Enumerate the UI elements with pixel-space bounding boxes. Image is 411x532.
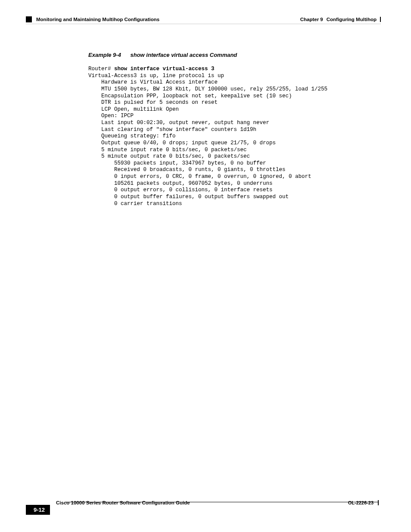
example-label: Example 9-4 [88,52,121,58]
header-right-group: Chapter 9 Configuring Multihop [300,17,381,22]
document-code: OL-2226-23 [348,500,374,505]
example-heading: Example 9-4 show interface virtual acces… [88,52,364,58]
page-footer: 9-12 Cisco 10000 Series Router Software … [26,502,379,515]
footer-left-group: 9-12 Cisco 10000 Series Router Software … [26,505,190,515]
example-title: show interface virtual access Command [131,52,237,58]
section-title: Monitoring and Maintaining Multihop Conf… [36,17,159,22]
footer-right-group: OL-2226-23 [348,500,379,505]
command-text: show interface virtual-access 3 [114,66,215,72]
router-prompt: Router# [88,66,114,72]
header-marker-icon [26,16,32,22]
page-header: Monitoring and Maintaining Multihop Conf… [26,16,381,22]
header-bar-icon [380,17,381,22]
chapter-number: Chapter 9 [300,17,323,22]
command-output: Virtual-Access3 is up, line protocol is … [88,73,327,207]
chapter-title: Configuring Multihop [327,17,377,22]
page-number-badge: 9-12 [26,505,50,515]
footer-row: 9-12 Cisco 10000 Series Router Software … [26,505,379,515]
guide-title: Cisco 10000 Series Router Software Confi… [56,500,190,505]
footer-bar-icon [378,500,379,505]
header-divider [26,24,381,24]
code-output: Router# show interface virtual-access 3 … [88,66,364,207]
header-left-group: Monitoring and Maintaining Multihop Conf… [26,16,159,22]
main-content: Example 9-4 show interface virtual acces… [88,52,364,207]
